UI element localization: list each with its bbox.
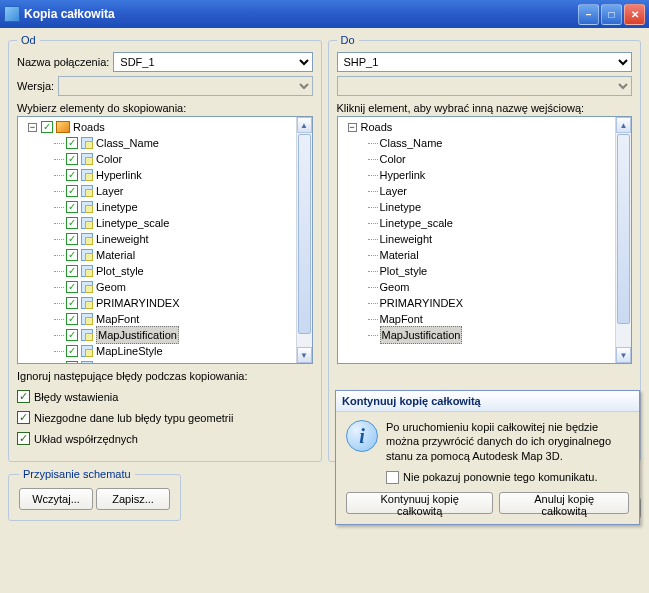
tree-item-label[interactable]: PRIMARYINDEX	[380, 295, 464, 311]
tree-item-label[interactable]: MapJustification	[96, 326, 179, 344]
tree-item-label[interactable]: Material	[96, 247, 135, 263]
close-button[interactable]: ✕	[624, 4, 645, 25]
tree-checkbox[interactable]: ✓	[66, 313, 78, 325]
tree-checkbox[interactable]: ✓	[66, 281, 78, 293]
tree-checkbox[interactable]: ✓	[66, 153, 78, 165]
tree-item-label[interactable]: MapFont	[380, 311, 423, 327]
tree-item-label[interactable]: Layer	[96, 183, 124, 199]
property-icon	[81, 137, 93, 149]
dont-show-label: Nie pokazuj ponownie tego komunikatu.	[403, 471, 597, 483]
scroll-thumb[interactable]	[298, 134, 311, 334]
tree-item-label[interactable]: Material	[380, 247, 419, 263]
tree-checkbox[interactable]: ✓	[66, 249, 78, 261]
property-icon	[81, 265, 93, 277]
dont-show-checkbox[interactable]	[386, 471, 399, 484]
scrollbar[interactable]: ▲ ▼	[615, 117, 631, 363]
panel-from: Od Nazwa połączenia: SDF_1 Wersja: Wybie…	[8, 34, 322, 462]
confirm-dialog: Kontynuuj kopię całkowitą i Po uruchomie…	[335, 390, 640, 525]
minimize-button[interactable]: –	[578, 4, 599, 25]
tree-item-label[interactable]: Layer	[380, 183, 408, 199]
tree-checkbox[interactable]: ✓	[66, 233, 78, 245]
collapse-icon[interactable]: −	[28, 123, 37, 132]
tree-item-label[interactable]: Lineweight	[96, 231, 149, 247]
tree-checkbox[interactable]: ✓	[66, 297, 78, 309]
tree-item-label[interactable]: Class_Name	[96, 135, 159, 151]
scroll-down-icon[interactable]: ▼	[297, 347, 312, 363]
tree-checkbox[interactable]: ✓	[66, 185, 78, 197]
tree-checkbox[interactable]: ✓	[66, 345, 78, 357]
tree-checkbox[interactable]: ✓	[66, 329, 78, 341]
property-icon	[81, 329, 93, 341]
to-pick-label: Kliknij element, aby wybrać inną nazwę w…	[337, 102, 633, 114]
continue-copy-button[interactable]: Kontynuuj kopię całkowitą	[346, 492, 493, 514]
tree-item-label[interactable]: Plot_style	[380, 263, 428, 279]
tree-item-label[interactable]: Geom	[96, 279, 126, 295]
tree-item-label[interactable]: Hyperlink	[96, 167, 142, 183]
scroll-up-icon[interactable]: ▲	[616, 117, 631, 133]
from-conn-label: Nazwa połączenia:	[17, 56, 109, 68]
scroll-thumb[interactable]	[617, 134, 630, 324]
scroll-down-icon[interactable]: ▼	[616, 347, 631, 363]
schema-mapping-group: Przypisanie schematu Wczytaj... Zapisz..…	[8, 468, 181, 521]
tree-item-label[interactable]: Geom	[380, 279, 410, 295]
tree-checkbox[interactable]: ✓	[41, 121, 53, 133]
from-version-label: Wersja:	[17, 80, 54, 92]
schema-legend: Przypisanie schematu	[19, 468, 135, 480]
ignore-crs-label: Układ współrzędnych	[34, 433, 138, 445]
ignore-insert-label: Błędy wstawienia	[34, 391, 118, 403]
tree-item-label[interactable]: MapLineWeight	[96, 359, 172, 364]
property-icon	[81, 281, 93, 293]
confirm-dialog-title: Kontynuuj kopię całkowitą	[336, 391, 639, 412]
tree-checkbox[interactable]: ✓	[66, 361, 78, 364]
tree-item-label[interactable]: PRIMARYINDEX	[96, 295, 180, 311]
tree-item-label[interactable]: Linetype_scale	[380, 215, 453, 231]
load-schema-button[interactable]: Wczytaj...	[19, 488, 93, 510]
tree-item-label[interactable]: Hyperlink	[380, 167, 426, 183]
tree-item-label[interactable]: Linetype_scale	[96, 215, 169, 231]
tree-checkbox[interactable]: ✓	[66, 217, 78, 229]
property-icon	[81, 217, 93, 229]
from-conn-select[interactable]: SDF_1	[113, 52, 312, 72]
tree-checkbox[interactable]: ✓	[66, 169, 78, 181]
scrollbar[interactable]: ▲ ▼	[296, 117, 312, 363]
from-tree[interactable]: −✓Roads✓Class_Name✓Color✓Hyperlink✓Layer…	[17, 116, 313, 364]
tree-root-label[interactable]: Roads	[73, 119, 105, 135]
ignore-crs-checkbox[interactable]: ✓	[17, 432, 30, 445]
titlebar[interactable]: Kopia całkowita – □ ✕	[0, 0, 649, 28]
tree-root-label[interactable]: Roads	[361, 119, 393, 135]
ignore-geom-checkbox[interactable]: ✓	[17, 411, 30, 424]
tree-item-label[interactable]: Color	[380, 151, 406, 167]
tree-item-label[interactable]: MapJustification	[380, 326, 463, 344]
app-icon	[4, 6, 20, 22]
ignore-label: Ignoruj następujące błędy podczas kopiow…	[17, 370, 313, 382]
property-icon	[81, 361, 93, 364]
to-conn-select[interactable]: SHP_1	[337, 52, 633, 72]
from-pick-label: Wybierz elementy do skopiowania:	[17, 102, 313, 114]
tree-checkbox[interactable]: ✓	[66, 265, 78, 277]
ignore-insert-checkbox[interactable]: ✓	[17, 390, 30, 403]
save-schema-button[interactable]: Zapisz...	[96, 488, 170, 510]
tree-checkbox[interactable]: ✓	[66, 137, 78, 149]
property-icon	[81, 169, 93, 181]
feature-class-icon	[56, 121, 70, 133]
confirm-dialog-message: Po uruchomieniu kopii całkowitej nie będ…	[386, 420, 629, 463]
panel-to-legend: Do	[337, 34, 359, 46]
ignore-geom-label: Niezgodne dane lub błędy typu geometrii	[34, 412, 233, 424]
tree-item-label[interactable]: Linetype	[380, 199, 422, 215]
tree-item-label[interactable]: Linetype	[96, 199, 138, 215]
panel-from-legend: Od	[17, 34, 40, 46]
collapse-icon[interactable]: −	[348, 123, 357, 132]
tree-item-label[interactable]: Color	[96, 151, 122, 167]
tree-item-label[interactable]: MapLineStyle	[96, 343, 163, 359]
scroll-up-icon[interactable]: ▲	[297, 117, 312, 133]
property-icon	[81, 313, 93, 325]
cancel-copy-button[interactable]: Anuluj kopię całkowitą	[499, 492, 629, 514]
tree-item-label[interactable]: Plot_style	[96, 263, 144, 279]
to-tree[interactable]: −RoadsClass_NameColorHyperlinkLayerLinet…	[337, 116, 633, 364]
tree-checkbox[interactable]: ✓	[66, 201, 78, 213]
property-icon	[81, 185, 93, 197]
tree-item-label[interactable]: Lineweight	[380, 231, 433, 247]
tree-item-label[interactable]: MapFont	[96, 311, 139, 327]
tree-item-label[interactable]: Class_Name	[380, 135, 443, 151]
maximize-button[interactable]: □	[601, 4, 622, 25]
